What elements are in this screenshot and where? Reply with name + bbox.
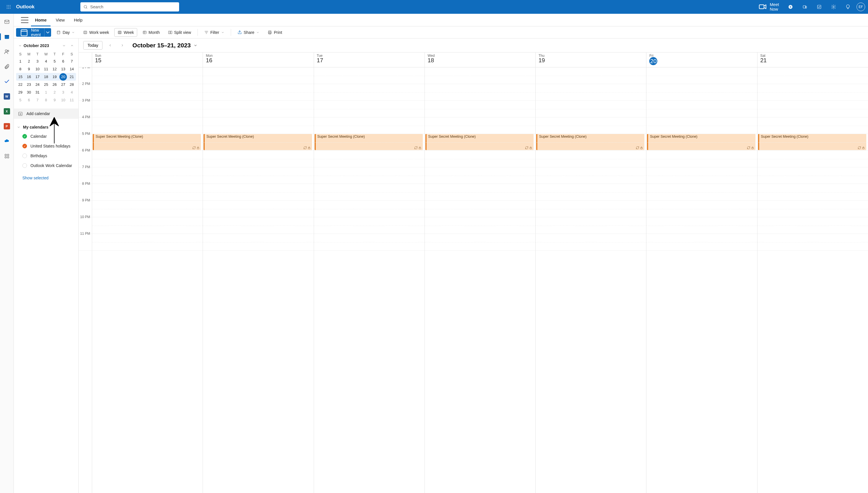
- prev-month-button[interactable]: [61, 42, 67, 49]
- minicalendar-day[interactable]: 10: [59, 96, 67, 104]
- day-column[interactable]: Super Secret Meeting (Clone): [314, 67, 425, 493]
- share-button[interactable]: Share: [234, 28, 262, 37]
- rail-onedrive[interactable]: [1, 137, 13, 145]
- rail-people[interactable]: [1, 48, 13, 56]
- filter-button[interactable]: Filter: [201, 28, 227, 37]
- minicalendar-day[interactable]: 1: [16, 57, 25, 65]
- minicalendar-day[interactable]: 11: [42, 65, 50, 73]
- new-event-button[interactable]: New event: [16, 28, 44, 37]
- minicalendar-day[interactable]: 18: [42, 73, 50, 81]
- minicalendar-day[interactable]: 11: [67, 96, 76, 104]
- minicalendar-day[interactable]: 26: [50, 81, 59, 88]
- rail-mail[interactable]: [1, 18, 13, 26]
- minicalendar-day[interactable]: 9: [25, 65, 33, 73]
- my-calendars-header[interactable]: My calendars: [17, 123, 76, 131]
- day-column[interactable]: Super Secret Meeting (Clone): [92, 67, 203, 493]
- tips-icon[interactable]: [842, 1, 854, 13]
- view-week-button[interactable]: Week: [114, 28, 137, 37]
- today-button[interactable]: Today: [83, 41, 103, 50]
- next-month-button[interactable]: [69, 42, 76, 49]
- minicalendar-day[interactable]: 16: [25, 73, 33, 81]
- minicalendar-day[interactable]: 19: [50, 73, 59, 81]
- minicalendar-day[interactable]: 25: [42, 81, 50, 88]
- rail-excel[interactable]: X: [1, 107, 13, 115]
- day-header[interactable]: Wed18: [425, 52, 535, 67]
- view-workweek-button[interactable]: Work week: [80, 28, 112, 37]
- account-avatar[interactable]: EF: [856, 3, 865, 11]
- minicalendar-day[interactable]: 28: [67, 81, 76, 88]
- minicalendar-day[interactable]: 7: [67, 57, 76, 65]
- view-day-button[interactable]: Day: [54, 28, 78, 37]
- minicalendar-day[interactable]: 6: [59, 57, 67, 65]
- minicalendar-day[interactable]: 4: [42, 57, 50, 65]
- tab-help[interactable]: Help: [70, 14, 86, 26]
- minicalendar-day[interactable]: 14: [67, 65, 76, 73]
- day-column[interactable]: Super Secret Meeting (Clone): [646, 67, 757, 493]
- meet-now-button[interactable]: Meet Now: [755, 2, 782, 12]
- day-header[interactable]: Sun15: [92, 52, 203, 67]
- calendar-event[interactable]: Super Secret Meeting (Clone): [647, 134, 755, 150]
- date-range-label[interactable]: October 15–21, 2023: [132, 42, 197, 49]
- calendar-event[interactable]: Super Secret Meeting (Clone): [93, 134, 201, 150]
- month-collapse-icon[interactable]: [17, 44, 23, 48]
- settings-icon[interactable]: [828, 1, 839, 13]
- minicalendar-day[interactable]: 12: [50, 65, 59, 73]
- minicalendar-day[interactable]: 2: [50, 88, 59, 96]
- minicalendar-day[interactable]: 17: [33, 73, 42, 81]
- app-launcher-icon[interactable]: [3, 1, 14, 13]
- rail-calendar[interactable]: [1, 33, 13, 41]
- minicalendar-day[interactable]: 22: [16, 81, 25, 88]
- minicalendar-day[interactable]: 29: [16, 88, 25, 96]
- minicalendar-day[interactable]: 27: [59, 81, 67, 88]
- day-header[interactable]: Thu19: [535, 52, 646, 67]
- minicalendar-day[interactable]: 7: [33, 96, 42, 104]
- next-week-button[interactable]: [118, 41, 127, 50]
- show-selected-link[interactable]: Show selected: [14, 176, 78, 180]
- minicalendar-day[interactable]: 10: [33, 65, 42, 73]
- calendar-list-item[interactable]: ✓Calendar: [17, 131, 76, 141]
- day-header[interactable]: Fri20: [646, 52, 757, 67]
- minicalendar-day[interactable]: 1: [42, 88, 50, 96]
- calendar-event[interactable]: Super Secret Meeting (Clone): [425, 134, 534, 150]
- minicalendar-day[interactable]: 13: [59, 65, 67, 73]
- day-column[interactable]: Super Secret Meeting (Clone): [757, 67, 868, 493]
- new-event-dropdown[interactable]: [44, 28, 51, 37]
- calendar-list-item[interactable]: Outlook Work Calendar: [17, 161, 76, 170]
- minicalendar-day[interactable]: 8: [16, 65, 25, 73]
- minicalendar-day[interactable]: 6: [25, 96, 33, 104]
- minicalendar-day[interactable]: 5: [16, 96, 25, 104]
- minicalendar-day[interactable]: 5: [50, 57, 59, 65]
- minicalendar-day[interactable]: 21: [67, 73, 76, 81]
- day-header[interactable]: Mon16: [203, 52, 314, 67]
- skype-icon[interactable]: S: [785, 1, 796, 13]
- minicalendar-day[interactable]: 9: [50, 96, 59, 104]
- calendar-list-item[interactable]: ✓United States holidays: [17, 141, 76, 151]
- minicalendar-day[interactable]: 23: [25, 81, 33, 88]
- view-month-button[interactable]: Month: [140, 28, 163, 37]
- minicalendar-day[interactable]: 2: [25, 57, 33, 65]
- rail-files[interactable]: [1, 63, 13, 70]
- day-column[interactable]: Super Secret Meeting (Clone): [425, 67, 535, 493]
- teams-icon[interactable]: [799, 1, 810, 13]
- search-input[interactable]: Search: [80, 2, 179, 12]
- day-header[interactable]: Tue17: [314, 52, 425, 67]
- calendar-event[interactable]: Super Secret Meeting (Clone): [536, 134, 644, 150]
- calendar-list-item[interactable]: Birthdays: [17, 151, 76, 161]
- calendar-event[interactable]: Super Secret Meeting (Clone): [758, 134, 866, 150]
- minicalendar-day[interactable]: 3: [33, 57, 42, 65]
- minicalendar-day[interactable]: 24: [33, 81, 42, 88]
- day-column[interactable]: Super Secret Meeting (Clone): [203, 67, 314, 493]
- minicalendar-day[interactable]: 30: [25, 88, 33, 96]
- calendar-event[interactable]: Super Secret Meeting (Clone): [204, 134, 312, 150]
- minicalendar-day[interactable]: 4: [67, 88, 76, 96]
- rail-todo[interactable]: [1, 78, 13, 86]
- rail-word[interactable]: W: [1, 92, 13, 101]
- day-header[interactable]: Sat21: [757, 52, 868, 67]
- rail-more-apps[interactable]: [1, 152, 13, 160]
- minicalendar-day[interactable]: 31: [33, 88, 42, 96]
- tab-view[interactable]: View: [52, 14, 69, 26]
- minicalendar-day[interactable]: 3: [59, 88, 67, 96]
- split-view-button[interactable]: Split view: [165, 28, 194, 37]
- rail-powerpoint[interactable]: P: [1, 122, 13, 130]
- todo-icon[interactable]: [813, 1, 825, 13]
